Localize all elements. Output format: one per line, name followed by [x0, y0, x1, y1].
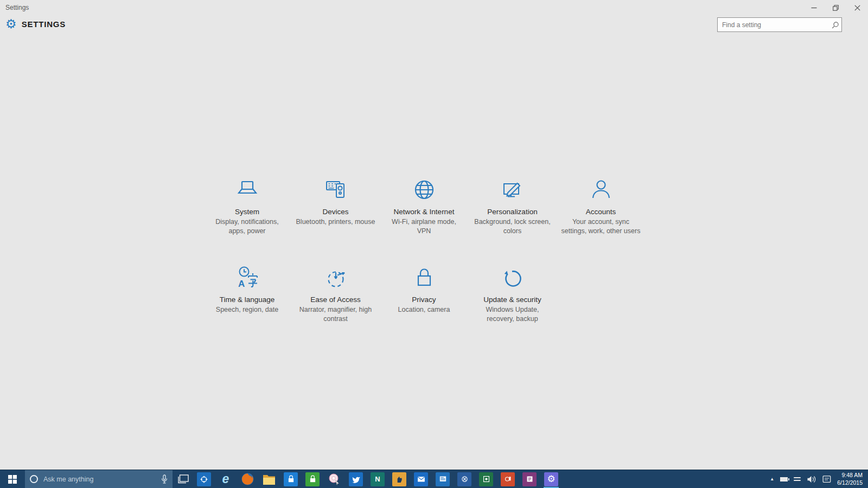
tile-accounts[interactable]: Accounts Your account, sync settings, wo…: [557, 171, 645, 235]
taskbar-clock[interactable]: 9:48 AM 6/12/2015: [837, 472, 863, 486]
monitor-pen-icon: [468, 171, 557, 203]
search-icon[interactable]: [829, 21, 841, 29]
tile-update-security[interactable]: Update & security Windows Update, recove…: [468, 259, 557, 323]
taskbar-spacer: [562, 470, 764, 488]
taskbar-app-internet-explorer[interactable]: e: [215, 470, 237, 488]
clock-language-icon: A: [203, 259, 291, 291]
taskbar-app-store-green[interactable]: [302, 470, 323, 488]
restore-button[interactable]: [825, 0, 846, 15]
taskbar-search-input[interactable]: [43, 476, 161, 483]
tile-desc: Narrator, magnifier, high contrast: [291, 305, 380, 323]
cortana-icon: [30, 475, 38, 483]
flower-icon: [328, 473, 341, 486]
taskbar-app-firefox[interactable]: [237, 470, 258, 488]
tile-title: Update & security: [468, 296, 557, 304]
taskbar-app-outlook[interactable]: [454, 470, 475, 488]
volume-icon[interactable]: [807, 476, 816, 483]
network-icon[interactable]: [794, 477, 801, 482]
taskbar-app-office-green[interactable]: [475, 470, 497, 488]
tile-desc: Background, lock screen, colors: [468, 217, 557, 235]
app-header: ⚙ SETTINGS: [5, 18, 66, 30]
folder-icon: [263, 473, 276, 485]
task-view-icon: [177, 474, 189, 484]
close-icon: [854, 5, 860, 11]
taskbar-app-office-purple[interactable]: [519, 470, 540, 488]
person-icon: [557, 171, 645, 203]
chevron-up-icon[interactable]: ▲: [770, 477, 774, 481]
tile-desc: Wi-Fi, airplane mode, VPN: [380, 217, 468, 235]
onenote-n-glyph: N: [375, 475, 380, 483]
laptop-icon: [203, 171, 291, 203]
refresh-arrow-icon: [468, 259, 557, 291]
taskbar-app-news[interactable]: [432, 470, 454, 488]
restore-icon: [833, 5, 839, 11]
tile-ease-of-access[interactable]: Ease of Access Narrator, magnifier, high…: [291, 259, 380, 323]
tile-title: Privacy: [380, 296, 468, 304]
tile-personalization[interactable]: Personalization Background, lock screen,…: [468, 171, 557, 235]
taskbar: e: [0, 470, 868, 488]
tile-desc: Location, camera: [380, 305, 468, 314]
battery-icon[interactable]: [780, 477, 788, 481]
clock-date: 6/12/2015: [837, 479, 863, 486]
tiles-row-1: System Display, notifications, apps, pow…: [203, 171, 645, 235]
tile-title: Devices: [291, 208, 380, 216]
task-view-button[interactable]: [173, 470, 193, 488]
taskbar-app-office-red[interactable]: [497, 470, 519, 488]
tile-title: Network & Internet: [380, 208, 468, 216]
tile-time-language[interactable]: A Time & language Speech, region, date: [203, 259, 291, 323]
tile-title: Ease of Access: [291, 296, 380, 304]
svg-text:A: A: [238, 279, 245, 289]
tile-system[interactable]: System Display, notifications, apps, pow…: [203, 171, 291, 235]
keyboard-speaker-icon: [291, 171, 380, 203]
tile-desc: Speech, region, date: [203, 305, 291, 314]
clock-time: 9:48 AM: [841, 472, 863, 478]
tile-title: Time & language: [203, 296, 291, 304]
tile-privacy[interactable]: Privacy Location, camera: [380, 259, 468, 323]
taskbar-app-file-explorer[interactable]: [258, 470, 280, 488]
taskbar-app-settings[interactable]: ⚙: [540, 470, 562, 488]
close-button[interactable]: [846, 0, 868, 15]
taskbar-app-store[interactable]: [280, 470, 302, 488]
taskbar-app-compass[interactable]: [193, 470, 215, 488]
taskbar-app-flower[interactable]: [323, 470, 345, 488]
tile-title: Accounts: [557, 208, 645, 216]
tile-network[interactable]: Network & Internet Wi-Fi, airplane mode,…: [380, 171, 468, 235]
start-button[interactable]: [0, 470, 25, 488]
tiles-row-2: A Time & language Speech, region, date E…: [203, 259, 557, 323]
find-setting-box[interactable]: [717, 17, 842, 32]
firefox-icon: [241, 472, 254, 486]
globe-icon: [380, 171, 468, 203]
bird-icon: [351, 474, 361, 484]
search-input[interactable]: [718, 21, 829, 29]
minimize-icon: [811, 5, 817, 11]
titlebar: Settings: [0, 0, 868, 15]
window-title: Settings: [5, 4, 29, 11]
taskbar-app-mail[interactable]: [410, 470, 432, 488]
tile-desc: Windows Update, recovery, backup: [468, 305, 557, 323]
tile-devices[interactable]: Devices Bluetooth, printers, mouse: [291, 171, 380, 235]
cortana-search-box[interactable]: [25, 470, 173, 488]
lock-icon: [380, 259, 468, 291]
system-tray: ▲ 9:48 AM 6/12/2015: [764, 470, 868, 488]
minimize-button[interactable]: [803, 0, 825, 15]
settings-gear-icon: ⚙: [547, 474, 555, 484]
taskbar-app-twitter[interactable]: [345, 470, 367, 488]
microphone-icon[interactable]: [161, 474, 168, 484]
taskbar-app-onenote-teal[interactable]: N: [367, 470, 388, 488]
envelope-icon: [417, 474, 426, 484]
tile-desc: Bluetooth, printers, mouse: [291, 217, 380, 227]
tile-title: Personalization: [468, 208, 557, 216]
gear-icon: ⚙: [5, 18, 17, 30]
tile-desc: Display, notifications, apps, power: [203, 217, 291, 235]
tile-desc: Your account, sync settings, work, other…: [557, 217, 645, 235]
action-center-icon[interactable]: [822, 475, 831, 483]
page-title: SETTINGS: [22, 20, 66, 29]
tile-title: System: [203, 208, 291, 216]
windows-logo-icon: [8, 475, 17, 484]
dashed-clock-arrow-icon: [291, 259, 380, 291]
taskbar-app-amber[interactable]: [388, 470, 410, 488]
internet-explorer-icon: e: [222, 473, 229, 485]
